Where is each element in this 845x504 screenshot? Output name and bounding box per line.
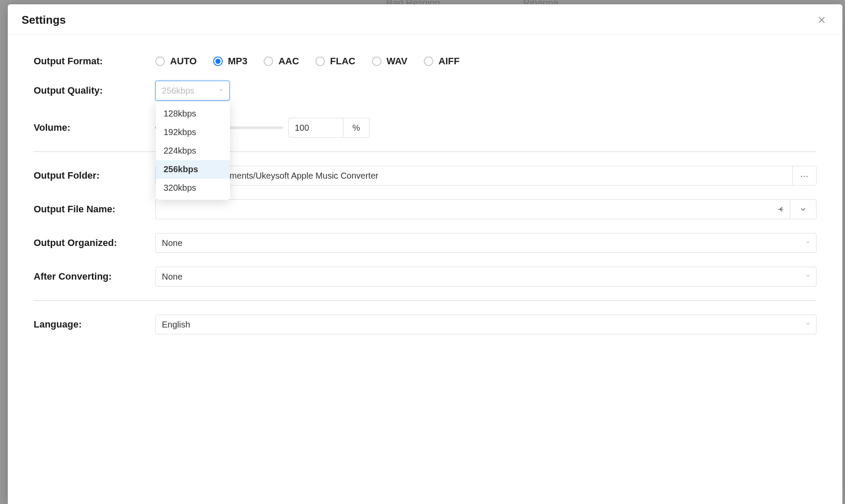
label-after-converting: After Converting: bbox=[34, 271, 155, 282]
radio-label-auto: AUTO bbox=[170, 56, 197, 67]
output-filename-controls bbox=[155, 199, 817, 219]
radio-label-wav: WAV bbox=[387, 56, 407, 67]
radio-circle-icon bbox=[155, 57, 165, 66]
label-output-organized: Output Organized: bbox=[34, 237, 155, 249]
output-folder-controls: ··· bbox=[155, 166, 817, 186]
output-quality-dropdown: 128kbps 192kbps 224kbps 256kbps 320kbps bbox=[156, 102, 230, 200]
modal-header: Settings bbox=[8, 4, 842, 35]
chevron-down-icon bbox=[805, 273, 811, 280]
row-output-filename: Output File Name: bbox=[34, 199, 817, 219]
divider-2 bbox=[34, 300, 817, 301]
radio-label-aac: AAC bbox=[278, 56, 299, 67]
radio-label-aiff: AIFF bbox=[438, 56, 460, 67]
language-value: English bbox=[162, 320, 190, 330]
row-output-quality: Output Quality: 256kbps 128kbps 192kbps … bbox=[34, 81, 817, 101]
after-converting-value: None bbox=[162, 272, 183, 282]
label-language: Language: bbox=[34, 319, 155, 330]
label-volume: Volume: bbox=[34, 122, 155, 133]
output-folder-field: ··· bbox=[155, 166, 817, 186]
radio-circle-icon bbox=[315, 57, 325, 66]
language-controls: English bbox=[155, 315, 817, 334]
output-quality-controls: 256kbps 128kbps 192kbps 224kbps 256kbps … bbox=[155, 81, 817, 101]
output-quality-select[interactable]: 256kbps 128kbps 192kbps 224kbps 256kbps … bbox=[155, 81, 230, 101]
radio-mp3[interactable]: MP3 bbox=[213, 56, 247, 67]
radio-circle-icon bbox=[213, 57, 223, 66]
radio-wav[interactable]: WAV bbox=[372, 56, 407, 67]
quality-option-256[interactable]: 256kbps bbox=[156, 160, 230, 179]
volume-controls: % bbox=[155, 118, 817, 138]
divider-1 bbox=[34, 151, 817, 152]
chevron-down-icon bbox=[799, 205, 807, 213]
output-format-options: AUTO MP3 AAC FLAC WAV bbox=[155, 56, 817, 67]
row-language: Language: English bbox=[34, 315, 817, 334]
filename-dropdown-button[interactable] bbox=[790, 199, 817, 219]
radio-circle-icon bbox=[264, 57, 273, 66]
arrow-left-icon bbox=[772, 199, 790, 219]
output-folder-input[interactable] bbox=[155, 166, 792, 186]
quality-option-224[interactable]: 224kbps bbox=[156, 142, 230, 160]
language-select[interactable]: English bbox=[155, 315, 817, 334]
quality-option-128[interactable]: 128kbps bbox=[156, 104, 230, 123]
output-organized-select[interactable]: None bbox=[155, 233, 817, 253]
radio-label-flac: FLAC bbox=[330, 56, 356, 67]
output-quality-value: 256kbps bbox=[162, 86, 195, 96]
chevron-down-icon bbox=[805, 321, 811, 328]
quality-option-192[interactable]: 192kbps bbox=[156, 123, 230, 142]
radio-circle-icon bbox=[424, 57, 433, 66]
close-button[interactable] bbox=[815, 13, 829, 27]
row-after-converting: After Converting: None bbox=[34, 267, 817, 287]
output-filename-field bbox=[155, 199, 817, 219]
browse-folder-button[interactable]: ··· bbox=[792, 166, 817, 186]
settings-modal: Settings Output Format: AUTO MP3 AAC bbox=[8, 4, 842, 504]
label-output-format: Output Format: bbox=[34, 56, 155, 67]
volume-input[interactable] bbox=[288, 118, 344, 138]
label-output-folder: Output Folder: bbox=[34, 170, 155, 181]
radio-label-mp3: MP3 bbox=[228, 56, 247, 67]
radio-aiff[interactable]: AIFF bbox=[424, 56, 460, 67]
chevron-down-icon bbox=[805, 239, 811, 247]
row-volume: Volume: % bbox=[34, 118, 817, 138]
close-icon bbox=[817, 15, 826, 25]
output-organized-controls: None bbox=[155, 233, 817, 253]
after-converting-controls: None bbox=[155, 267, 817, 287]
radio-circle-icon bbox=[372, 57, 382, 66]
row-output-format: Output Format: AUTO MP3 AAC FLAC bbox=[34, 56, 817, 67]
label-output-filename: Output File Name: bbox=[34, 204, 155, 215]
quality-option-320[interactable]: 320kbps bbox=[156, 179, 230, 197]
row-output-folder: Output Folder: ··· bbox=[34, 166, 817, 186]
after-converting-select[interactable]: None bbox=[155, 267, 817, 287]
modal-title: Settings bbox=[22, 13, 66, 27]
chevron-down-icon bbox=[218, 87, 224, 94]
output-filename-input[interactable] bbox=[155, 199, 772, 219]
row-output-organized: Output Organized: None bbox=[34, 233, 817, 253]
radio-aac[interactable]: AAC bbox=[264, 56, 299, 67]
radio-flac[interactable]: FLAC bbox=[315, 56, 356, 67]
radio-auto[interactable]: AUTO bbox=[155, 56, 197, 67]
output-organized-value: None bbox=[162, 238, 183, 248]
label-output-quality: Output Quality: bbox=[34, 85, 155, 96]
modal-body: Output Format: AUTO MP3 AAC FLAC bbox=[8, 35, 842, 504]
volume-unit: % bbox=[344, 118, 369, 138]
